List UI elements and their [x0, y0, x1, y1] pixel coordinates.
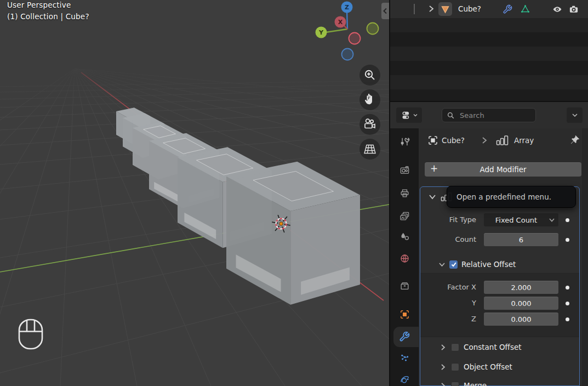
- tab-output[interactable]: [390, 183, 419, 203]
- keyframe-dot[interactable]: [566, 218, 569, 222]
- pan-button[interactable]: [359, 89, 380, 110]
- gizmo-z-neg-ball[interactable]: [342, 49, 353, 60]
- ortho-toggle-button[interactable]: [359, 139, 380, 160]
- tab-physics[interactable]: [390, 370, 419, 386]
- mesh-object-icon[interactable]: [438, 2, 452, 16]
- relative-offset-header[interactable]: Relative Offset: [420, 256, 579, 273]
- tooltip: Open a predefined menu.: [447, 186, 576, 208]
- constant-offset-label: Constant Offset: [464, 343, 522, 351]
- output-properties-icon: [399, 188, 410, 198]
- camera-view-button[interactable]: [359, 114, 380, 135]
- tab-view-layer[interactable]: [390, 206, 419, 226]
- keyframe-dot[interactable]: [566, 286, 569, 290]
- search-input[interactable]: [459, 111, 521, 120]
- factor-z-field[interactable]: 0.000: [484, 313, 558, 326]
- chevron-down-icon[interactable]: [438, 260, 446, 269]
- merge-checkbox[interactable]: [451, 382, 459, 386]
- chevron-right-icon[interactable]: [439, 343, 447, 351]
- object-offset-header[interactable]: Object Offset: [420, 359, 579, 375]
- tab-tool[interactable]: [390, 132, 419, 151]
- gizmo-y-axis-line: [326, 29, 347, 32]
- collection-properties-icon: [399, 281, 410, 291]
- editor-type-selector[interactable]: [396, 107, 422, 123]
- chevron-down-icon: [413, 113, 418, 117]
- chevron-down-icon: [549, 217, 555, 223]
- keyframe-dot[interactable]: [566, 302, 569, 305]
- sidebar-expand-tab[interactable]: [381, 3, 389, 19]
- viewport-nav-buttons: [357, 64, 383, 161]
- factor-z-label: Z: [420, 313, 476, 326]
- tab-collection[interactable]: [390, 276, 419, 296]
- object-origin-dot: [279, 222, 283, 225]
- object-offset-label: Object Offset: [464, 362, 512, 371]
- add-modifier-button[interactable]: + Add Modifier: [425, 162, 581, 177]
- count-field[interactable]: 6: [484, 233, 558, 246]
- outliner-row-cube[interactable]: Cube?: [390, 0, 588, 18]
- chevron-down-icon[interactable]: [428, 192, 437, 201]
- hide-viewport-eye-icon[interactable]: [552, 4, 562, 14]
- search-field[interactable]: [442, 108, 536, 122]
- properties-tab-column: [390, 128, 419, 386]
- object-icon[interactable]: [427, 135, 438, 146]
- chevron-right-icon[interactable]: [439, 363, 447, 371]
- tab-modifiers[interactable]: [390, 327, 419, 347]
- modifiers-wrench-icon: [399, 331, 410, 342]
- object-properties-icon: [399, 309, 410, 320]
- constant-offset-header[interactable]: Constant Offset: [420, 339, 579, 355]
- tab-particles[interactable]: [390, 348, 419, 368]
- tab-scene[interactable]: [390, 226, 419, 246]
- breadcrumb-modifier-name[interactable]: Array: [514, 128, 534, 152]
- blender-window: User Perspective (1) Collection | Cube? …: [0, 0, 588, 386]
- chevron-right-icon[interactable]: [439, 382, 447, 386]
- breadcrumb-object-name[interactable]: Cube?: [442, 128, 465, 152]
- merge-header[interactable]: Merge: [420, 377, 579, 386]
- fit-type-label: Fit Type: [420, 213, 476, 226]
- array-modifier-icon: [495, 134, 509, 146]
- gizmo-y-label: Y: [318, 29, 324, 36]
- relative-offset-checkbox[interactable]: [449, 260, 458, 269]
- object-name[interactable]: Cube?: [458, 0, 481, 18]
- outliner-editor: Cube?: [390, 0, 588, 101]
- header-options-button[interactable]: [567, 107, 583, 123]
- plus-icon: +: [430, 163, 438, 174]
- mouse-indicator-icon: [16, 317, 45, 351]
- search-icon: [447, 111, 455, 120]
- gizmo-z-axis-line: [347, 11, 347, 29]
- merge-label: Merge: [464, 381, 487, 386]
- fit-type-dropdown[interactable]: Fixed Count: [484, 213, 558, 226]
- tab-object[interactable]: [390, 304, 419, 324]
- relative-offset-label: Relative Offset: [461, 260, 516, 269]
- world-properties-icon: [399, 253, 410, 264]
- properties-editor-icon: [401, 110, 412, 121]
- factor-x-field[interactable]: 2.000: [484, 281, 558, 294]
- fit-type-value: Fixed Count: [484, 216, 549, 224]
- add-modifier-label: Add Modifier: [479, 165, 526, 174]
- breadcrumb: Cube? Array: [419, 128, 582, 152]
- check-icon: [450, 261, 457, 268]
- view-layer-properties-icon: [399, 211, 410, 222]
- expand-chevron-icon[interactable]: [427, 4, 436, 13]
- keyframe-dot[interactable]: [566, 238, 569, 242]
- pin-icon[interactable]: [569, 134, 580, 146]
- 3d-viewport[interactable]: User Perspective (1) Collection | Cube? …: [0, 0, 389, 386]
- outliner-rows-area[interactable]: [390, 18, 588, 101]
- factor-y-field[interactable]: 0.000: [484, 297, 558, 310]
- gizmo-y-neg-ball[interactable]: [367, 23, 379, 35]
- zoom-button[interactable]: [359, 65, 380, 86]
- gizmo-z-label: Z: [345, 4, 349, 11]
- properties-scrollbar-gutter[interactable]: [582, 128, 588, 386]
- properties-header: [390, 102, 588, 129]
- gizmo-x-label: X: [338, 19, 343, 26]
- modifier-badge-icon[interactable]: [503, 4, 512, 14]
- chevron-down-icon: [572, 113, 578, 117]
- disable-render-camera-icon[interactable]: [569, 4, 579, 14]
- object-offset-checkbox[interactable]: [451, 363, 459, 371]
- particles-icon: [399, 353, 410, 364]
- gizmo-x-neg-ball[interactable]: [349, 33, 361, 44]
- tab-render[interactable]: [390, 160, 419, 180]
- constant-offset-checkbox[interactable]: [451, 343, 459, 351]
- keyframe-dot[interactable]: [566, 317, 569, 321]
- tab-world[interactable]: [390, 248, 419, 268]
- mesh-data-badge-icon[interactable]: [521, 4, 530, 14]
- navigation-gizmo[interactable]: Z X Y: [312, 0, 384, 65]
